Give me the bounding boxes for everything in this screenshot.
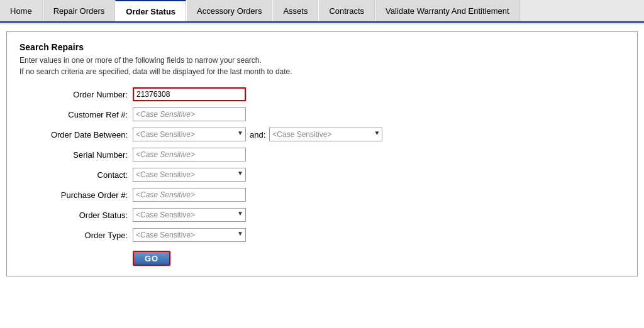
order-type-row: Order Type: <Case Sensitive> [19,228,625,242]
order-number-input[interactable] [133,87,246,101]
contact-label: Contact: [19,170,133,180]
main-content: Search Repairs Enter values in one or mo… [7,32,637,276]
order-date-end-wrapper: <Case Sensitive> [269,128,382,141]
nav-bar: Home Repair Orders Order Status Accessor… [0,0,644,23]
serial-number-row: Serial Number: [19,148,625,161]
tab-accessory-orders-label: Accessory Orders [197,6,262,16]
order-type-wrapper: <Case Sensitive> [133,228,246,242]
serial-number-label: Serial Number: [19,150,133,160]
tab-repair-orders[interactable]: Repair Orders [43,0,116,21]
purchase-order-row: Purchase Order #: [19,188,625,202]
order-number-label: Order Number: [19,90,133,99]
order-type-select[interactable]: <Case Sensitive> [133,228,246,242]
customer-ref-row: Customer Ref #: [19,107,625,121]
order-date-start-wrapper: <Case Sensitive> [133,128,246,141]
tab-validate-warranty-label: Validate Warranty And Entitlement [386,6,509,16]
go-button[interactable]: GO [133,251,170,266]
contact-wrapper: <Case Sensitive> [133,168,246,182]
main-content-border: Search Repairs Enter values in one or mo… [6,31,638,276]
tab-home[interactable]: Home [0,0,43,21]
purchase-order-label: Purchase Order #: [19,190,133,200]
customer-ref-input[interactable] [133,107,246,121]
order-date-end-select[interactable]: <Case Sensitive> [269,128,382,141]
contact-row: Contact: <Case Sensitive> [19,168,625,182]
customer-ref-label: Customer Ref #: [19,110,133,119]
tab-repair-orders-label: Repair Orders [53,6,105,16]
order-status-label: Order Status: [19,210,133,220]
order-status-select[interactable]: <Case Sensitive> [133,208,246,222]
tab-contracts[interactable]: Contracts [318,0,375,21]
search-form: Order Number: Customer Ref #: Order Date… [19,87,625,266]
and-label: and: [250,130,265,139]
tab-order-status[interactable]: Order Status [115,0,186,21]
go-button-row: GO [19,251,625,266]
serial-number-input[interactable] [133,148,246,161]
contact-select[interactable]: <Case Sensitive> [133,168,246,182]
nav-separator [0,23,644,25]
order-date-row: Order Date Between: <Case Sensitive> and… [19,128,625,141]
section-description: Enter values in one or more of the follo… [19,55,625,77]
tab-assets[interactable]: Assets [272,0,318,21]
purchase-order-input[interactable] [133,188,246,202]
order-date-start-select[interactable]: <Case Sensitive> [133,128,246,141]
order-type-label: Order Type: [19,231,133,240]
section-title: Search Repairs [19,42,625,52]
tab-contracts-label: Contracts [329,6,364,16]
order-number-row: Order Number: [19,87,625,101]
order-status-row: Order Status: <Case Sensitive> [19,208,625,222]
tab-accessory-orders[interactable]: Accessory Orders [186,0,272,21]
order-status-wrapper: <Case Sensitive> [133,208,246,222]
tab-home-label: Home [10,6,32,16]
order-date-label: Order Date Between: [19,130,133,139]
tab-order-status-label: Order Status [126,7,175,16]
tab-assets-label: Assets [283,6,308,16]
tab-validate-warranty[interactable]: Validate Warranty And Entitlement [375,0,520,21]
